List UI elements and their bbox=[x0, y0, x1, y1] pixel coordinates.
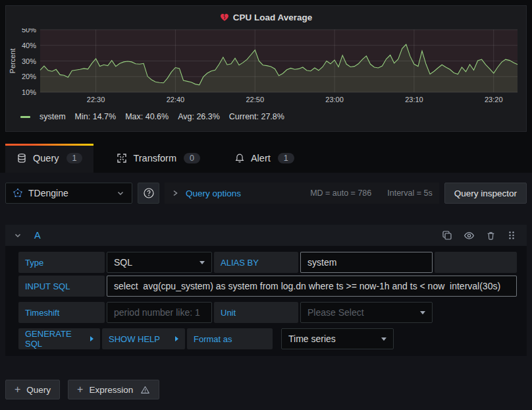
timeshift-label: Timeshift bbox=[18, 302, 105, 323]
tab-transform[interactable]: Transform 0 bbox=[105, 144, 211, 173]
max-data-points-text: MD = auto = 786 bbox=[310, 189, 371, 198]
show-help-button[interactable]: SHOW HELP bbox=[102, 328, 185, 349]
y-tick-label: 20% bbox=[22, 73, 36, 80]
alias-input[interactable] bbox=[300, 252, 433, 273]
x-tick-label: 22:40 bbox=[167, 96, 185, 103]
caret-down-icon bbox=[200, 261, 205, 264]
x-tick-label: 22:30 bbox=[87, 96, 105, 103]
format-as-select[interactable]: Time series bbox=[281, 328, 394, 349]
unit-label: Unit bbox=[214, 302, 298, 323]
chevron-right-icon bbox=[171, 189, 179, 197]
tab-query-count: 1 bbox=[66, 153, 83, 163]
add-expression-button[interactable]: + Expression bbox=[68, 380, 159, 399]
alert-broken-heart-icon bbox=[220, 13, 229, 22]
delete-query-trash-icon[interactable] bbox=[486, 231, 496, 241]
legend-min: Min: 14.7% bbox=[75, 112, 117, 121]
input-sql-label: INPUT SQL bbox=[18, 276, 105, 297]
duplicate-query-icon[interactable] bbox=[442, 230, 452, 241]
format-as-value: Time series bbox=[288, 334, 336, 344]
tab-transform-label: Transform bbox=[133, 153, 176, 163]
tab-transform-count: 0 bbox=[184, 153, 200, 163]
editor-footer: + Query + Expression bbox=[5, 380, 527, 399]
generate-sql-button[interactable]: GENERATE SQL bbox=[18, 328, 100, 349]
plus-icon: + bbox=[14, 384, 20, 395]
query-options-toggle[interactable]: Query options MD = auto = 786 Interval =… bbox=[165, 183, 439, 204]
legend-max: Max: 40.6% bbox=[125, 112, 169, 121]
alias-by-label: ALIAS BY bbox=[214, 252, 298, 273]
unit-select-value: Please Select bbox=[307, 307, 364, 318]
warning-triangle-icon bbox=[140, 385, 150, 395]
cpu-load-panel: CPU Load Average 10%20%30%40%50%22:3022:… bbox=[5, 5, 527, 132]
tab-alert-label: Alert bbox=[251, 153, 271, 163]
cpu-load-chart[interactable]: 10%20%30%40%50%22:3022:4022:5023:0023:10… bbox=[6, 28, 522, 109]
tab-query[interactable]: Query 1 bbox=[5, 144, 93, 173]
x-tick-label: 23:20 bbox=[485, 96, 503, 103]
plus-icon: + bbox=[77, 384, 83, 395]
x-tick-label: 23:00 bbox=[325, 96, 344, 103]
form-filler bbox=[435, 252, 517, 273]
editor-tab-bar: Query 1 Transform 0 Alert 1 bbox=[0, 136, 532, 173]
collapse-chevron-icon[interactable] bbox=[13, 231, 22, 240]
legend-current: Current: 27.8% bbox=[229, 112, 284, 121]
show-help-label: SHOW HELP bbox=[109, 334, 160, 344]
legend-series-name[interactable]: system bbox=[40, 112, 66, 121]
legend-series-swatch[interactable] bbox=[20, 116, 30, 118]
drag-handle-icon[interactable] bbox=[507, 230, 516, 241]
question-circle-icon bbox=[143, 187, 155, 199]
generate-sql-label: GENERATE SQL bbox=[25, 329, 90, 349]
timeshift-input[interactable] bbox=[107, 302, 212, 323]
query-inspector-label: Query inspector bbox=[454, 189, 517, 198]
add-query-label: Query bbox=[26, 385, 51, 395]
interval-text: Interval = 5s bbox=[387, 189, 432, 198]
chevron-down-icon bbox=[116, 189, 125, 198]
query-options-label: Query options bbox=[186, 189, 241, 198]
add-expression-label: Expression bbox=[89, 385, 133, 395]
x-tick-label: 23:10 bbox=[405, 96, 423, 103]
row-type: Type SQL ALIAS BY bbox=[18, 252, 517, 273]
x-tick-label: 22:50 bbox=[246, 96, 264, 103]
caret-down-icon bbox=[381, 337, 386, 341]
panel-title-text: CPU Load Average bbox=[233, 13, 313, 22]
tab-query-label: Query bbox=[33, 153, 59, 163]
datasource-name: TDengine bbox=[28, 188, 111, 198]
tab-alert-count: 1 bbox=[278, 153, 294, 163]
type-label: Type bbox=[18, 252, 105, 273]
add-query-button[interactable]: + Query bbox=[5, 380, 60, 399]
y-tick-label: 30% bbox=[22, 57, 36, 65]
arrow-right-icon bbox=[175, 336, 178, 341]
y-axis-label: Percent bbox=[9, 49, 16, 74]
query-inspector-button[interactable]: Query inspector bbox=[444, 183, 527, 204]
y-tick-label: 10% bbox=[22, 88, 36, 96]
panel-header[interactable]: CPU Load Average bbox=[6, 6, 526, 28]
caret-down-icon bbox=[420, 311, 425, 314]
database-icon bbox=[16, 153, 27, 163]
sql-input[interactable] bbox=[107, 276, 517, 297]
unit-select[interactable]: Please Select bbox=[300, 302, 433, 323]
query-ref-id: A bbox=[34, 230, 41, 241]
row-actions: GENERATE SQL SHOW HELP Format as Time se… bbox=[18, 328, 517, 349]
y-tick-label: 40% bbox=[22, 42, 36, 49]
tdengine-logo-icon bbox=[13, 188, 23, 198]
legend-avg: Avg: 26.3% bbox=[178, 112, 220, 121]
row-timeshift: Timeshift Unit Please Select bbox=[18, 302, 517, 323]
type-select[interactable]: SQL bbox=[107, 252, 212, 273]
query-row-header[interactable]: A bbox=[5, 225, 527, 246]
y-tick-label: 50% bbox=[22, 28, 36, 34]
transform-icon bbox=[117, 153, 127, 163]
chart-legend: system Min: 14.7% Max: 40.6% Avg: 26.3% … bbox=[6, 109, 526, 125]
datasource-row: TDengine Query options MD = auto = 786 I… bbox=[5, 183, 527, 204]
type-select-value: SQL bbox=[114, 257, 132, 268]
query-editor: TDengine Query options MD = auto = 786 I… bbox=[0, 173, 532, 410]
datasource-help-button[interactable] bbox=[138, 183, 159, 204]
row-sql: INPUT SQL bbox=[18, 276, 517, 297]
hide-query-eye-icon[interactable] bbox=[464, 230, 475, 241]
bell-icon bbox=[234, 153, 245, 163]
datasource-picker[interactable]: TDengine bbox=[5, 183, 132, 204]
tab-alert[interactable]: Alert 1 bbox=[223, 144, 306, 173]
format-as-label: Format as bbox=[187, 328, 273, 349]
arrow-right-icon bbox=[90, 336, 93, 341]
query-row-actions bbox=[442, 230, 516, 241]
query-form: Type SQL ALIAS BY INPUT SQL Timeshift Un… bbox=[5, 246, 527, 356]
